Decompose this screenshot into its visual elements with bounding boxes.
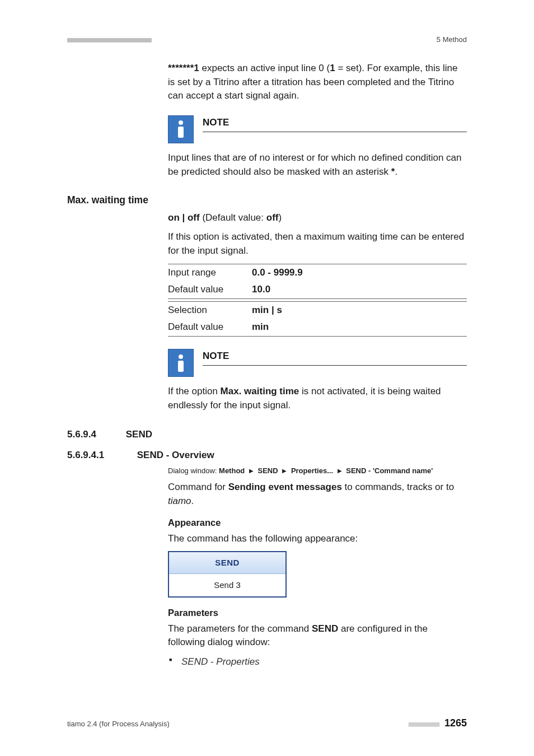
page-header: ■■■■■■■■■■■■■■■■■■■■■■ 5 Method <box>67 35 467 45</box>
note-title: NOTE <box>203 116 467 132</box>
param-table-2: Selection min | s Default value min <box>168 301 467 337</box>
note1-text: Input lines that are of no interest or f… <box>168 152 462 177</box>
maxwait-default-line: on | off (Default value: off) <box>168 211 467 225</box>
table-row: Selection min | s <box>168 301 467 319</box>
intro-one-bold: 1 <box>330 63 335 73</box>
chapter-label: 5 Method <box>437 35 467 45</box>
footer-dots: ■■■■■■■■ <box>409 720 439 728</box>
param-label: Default value <box>168 281 252 298</box>
parameters-desc: The parameters for the command SEND are … <box>168 622 467 650</box>
dialog-window-path: Dialog window: Method ▶ SEND ▶ Propertie… <box>168 466 467 477</box>
section-number: 5.6.9.4.1 <box>67 449 134 463</box>
info-icon <box>168 115 194 143</box>
cmd-desc-3: . <box>191 496 194 506</box>
note1-text-end: . <box>395 166 397 177</box>
note-title: NOTE <box>203 349 467 366</box>
send-box-label: Send 3 <box>169 574 285 596</box>
table-row: Default value 10.0 <box>168 281 467 298</box>
section-title: SEND - Overview <box>137 450 214 460</box>
param-value: min | s <box>252 301 467 319</box>
cmd-desc-bold: Sending event messages <box>228 482 342 492</box>
maxwait-paren-close: ) <box>278 212 282 223</box>
section-5.6.9.4: 5.6.9.4 SEND <box>67 428 467 442</box>
intro-paragraph: *******1 expects an active input line 0 … <box>168 62 467 103</box>
note-body-1: Input lines that are of no interest or f… <box>168 151 467 179</box>
header-dots: ■■■■■■■■■■■■■■■■■■■■■■ <box>67 35 151 45</box>
note2-bold: Max. waiting time <box>221 386 299 396</box>
maxwait-options: on | off <box>168 212 200 223</box>
path-part: Properties... <box>291 466 333 475</box>
parameters-list: SEND - Properties <box>168 655 467 669</box>
maxwait-desc: If this option is activated, then a maxi… <box>168 230 467 258</box>
param-table-1: Input range 0.0 - 9999.9 Default value 1… <box>168 264 467 299</box>
cmd-desc-2: to commands, tracks or to <box>342 482 454 492</box>
param-label: Selection <box>168 301 252 319</box>
appearance-desc: The command has the following appearance… <box>168 532 467 546</box>
intro-text-1: expects an active input line 0 ( <box>199 63 330 73</box>
note-box-1: NOTE Input lines that are of no interest… <box>168 115 467 179</box>
table-row: Input range 0.0 - 9999.9 <box>168 264 467 281</box>
intro-pattern: *******1 <box>168 63 199 73</box>
send-command-desc: Command for Sending event messages to co… <box>168 480 467 508</box>
cmd-desc-italic: tiamo <box>168 496 191 506</box>
list-item: SEND - Properties <box>178 655 467 669</box>
note2-text-1: If the option <box>168 386 221 396</box>
path-part: Method <box>219 466 245 475</box>
footer-left: tiamo 2.4 (for Process Analysis) <box>67 719 170 730</box>
triangle-icon: ▶ <box>249 467 254 475</box>
note-box-2: NOTE If the option Max. waiting time is … <box>168 349 467 412</box>
max-waiting-heading: Max. waiting time <box>67 193 467 207</box>
maxwait-paren-label: (Default value: <box>200 212 266 223</box>
section-title: SEND <box>126 429 152 440</box>
param-label: Input range <box>168 264 252 281</box>
param-label: Default value <box>168 319 252 336</box>
section-number: 5.6.9.4 <box>67 428 123 442</box>
triangle-icon: ▶ <box>338 467 342 475</box>
appearance-heading: Appearance <box>168 516 467 530</box>
info-icon <box>168 349 194 377</box>
param-value: 0.0 - 9999.9 <box>252 264 467 281</box>
path-part: SEND <box>258 466 278 475</box>
page-footer: tiamo 2.4 (for Process Analysis) ■■■■■■■… <box>67 716 467 730</box>
param-desc-bold: SEND <box>312 623 338 634</box>
param-desc-1: The parameters for the command <box>168 623 312 634</box>
send-command-box: SEND Send 3 <box>168 551 287 598</box>
section-5.6.9.4.1: 5.6.9.4.1 SEND - Overview <box>67 449 467 463</box>
path-part: SEND - 'Command name' <box>346 466 433 475</box>
send-box-title: SEND <box>169 552 285 574</box>
param-value: min <box>252 319 467 336</box>
parameters-heading: Parameters <box>168 606 467 620</box>
footer-right: ■■■■■■■■ 1265 <box>409 716 467 730</box>
table-row: Default value min <box>168 319 467 336</box>
param-value: 10.0 <box>252 281 467 298</box>
cmd-desc-1: Command for <box>168 482 228 492</box>
page-number: 1265 <box>444 717 467 729</box>
triangle-icon: ▶ <box>282 467 287 475</box>
maxwait-default: off <box>266 212 279 223</box>
dialog-label: Dialog window: <box>168 466 219 475</box>
note-body-2: If the option Max. waiting time is not a… <box>168 385 467 412</box>
